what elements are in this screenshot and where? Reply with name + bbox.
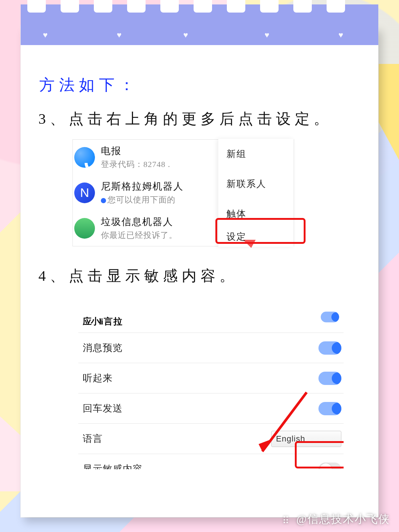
settings-label: 显示敏感内容 (83, 463, 143, 469)
watermark-text: @信息技术小飞侠 (296, 512, 390, 527)
red-highlight-box (295, 441, 344, 468)
note-sheet: ♥♥ ♥♥ ♥ 方法如下： 3、点击右上角的更多后点击设定。 电报 登录代码：8… (21, 26, 378, 517)
step-3-text: 3、点击右上角的更多后点击设定。 (38, 109, 361, 129)
settings-label: 语言 (83, 432, 103, 445)
chat-list: 电报 登录代码：82748 . N 尼斯格拉姆机器人 您可以使用下面的 垃圾信息… (73, 140, 219, 246)
toggle-icon[interactable] (318, 402, 341, 415)
content-area: 方法如下： 3、点击右上角的更多后点击设定。 电报 登录代码：82748 . N… (38, 48, 361, 517)
toggle-icon[interactable] (318, 341, 341, 355)
toggle-icon[interactable] (318, 372, 341, 385)
toggle-icon[interactable] (321, 312, 339, 323)
dropdown-menu: 新组 新联系人 触体 设定 (218, 139, 294, 247)
menu-item-settings[interactable]: 设定 (218, 222, 255, 252)
settings-label: 回车发送 (83, 402, 123, 415)
settings-label: 听起来 (83, 372, 113, 385)
spiral-binding: ♥♥ ♥♥ ♥ (21, 4, 378, 45)
chat-title: 垃圾信息机器人 (101, 215, 177, 228)
chat-title: 尼斯格拉姆机器人 (101, 180, 184, 193)
settings-row-enter-send[interactable]: 回车发送 (78, 393, 344, 423)
chat-item-spam[interactable]: 垃圾信息机器人 你最近已经投诉了。 (73, 211, 219, 246)
chat-subtitle: 登录代码：82748 . (101, 159, 170, 170)
chat-subtitle: 您可以使用下面的 (101, 194, 184, 205)
chat-title: 电报 (101, 144, 170, 157)
chat-subtitle: 你最近已经投诉了。 (101, 230, 177, 241)
settings-label: 消息预览 (83, 341, 123, 354)
chat-item-bot[interactable]: N 尼斯格拉姆机器人 您可以使用下面的 (73, 175, 219, 211)
avatar-green-icon (74, 218, 95, 239)
screenshot-2: 应⼩li 言 拉 消息预览 听起来 回车发送 语言 English 显示敏感内容 (78, 310, 344, 469)
menu-item-new-group[interactable]: 新组 (218, 139, 294, 169)
section-heading: 方法如下： (39, 75, 361, 95)
settings-row[interactable]: 应⼩li 言 拉 (78, 310, 344, 332)
step-4-text: 4、点击显示敏感内容。 (38, 266, 361, 286)
chat-item-telegram[interactable]: 电报 登录代码：82748 . (73, 140, 219, 175)
screenshot-1: 电报 登录代码：82748 . N 尼斯格拉姆机器人 您可以使用下面的 垃圾信息… (72, 139, 294, 246)
watermark: @信息技术小飞侠 (282, 512, 390, 527)
menu-item-new-contact[interactable]: 新联系人 (218, 169, 294, 199)
avatar-letter-icon: N (74, 183, 95, 203)
settings-row-preview[interactable]: 消息预览 (78, 332, 344, 363)
avatar-telegram-icon (74, 147, 95, 168)
paw-icon (282, 514, 293, 525)
settings-row-sound[interactable]: 听起来 (78, 363, 344, 393)
status-dot-icon (101, 198, 106, 203)
settings-label: 应⼩li 言 拉 (83, 316, 122, 327)
